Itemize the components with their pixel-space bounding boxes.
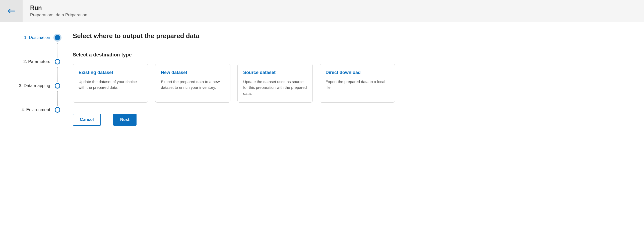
card-title: Existing dataset	[79, 70, 142, 75]
step-label: 4. Environment	[22, 107, 50, 112]
subtitle-label: Preparation:	[30, 13, 56, 17]
page-subtitle: Preparation:data Préparation	[30, 13, 87, 18]
step-destination[interactable]: 1. Destination	[18, 35, 60, 41]
subtitle-value: data Préparation	[56, 13, 87, 17]
content-subtitle: Select a destination type	[73, 52, 626, 58]
card-title: Source dataset	[243, 70, 307, 75]
actions: Cancel Next	[73, 114, 626, 126]
content: Select where to output the prepared data…	[60, 32, 626, 131]
destination-cards: Existing dataset Update the dataset of y…	[73, 64, 626, 103]
content-title: Select where to output the prepared data	[73, 32, 626, 40]
body: 1. Destination 2. Parameters 3. Data map…	[0, 22, 644, 141]
card-title: New dataset	[161, 70, 225, 75]
step-parameters[interactable]: 2. Parameters	[18, 59, 60, 65]
step-circle-icon	[55, 83, 60, 89]
step-circle-icon	[55, 35, 60, 40]
card-desc: Update the dataset used as source for th…	[243, 79, 307, 96]
step-label: 3. Data mapping	[19, 83, 50, 88]
card-desc: Update the dataset of your choice with t…	[79, 79, 142, 91]
step-circle-icon	[55, 107, 60, 113]
card-new-dataset[interactable]: New dataset Export the prepared data to …	[155, 64, 230, 103]
back-button[interactable]	[0, 0, 23, 22]
card-title: Direct download	[326, 70, 389, 75]
stepper: 1. Destination 2. Parameters 3. Data map…	[18, 32, 60, 131]
step-environment[interactable]: 4. Environment	[18, 107, 60, 113]
card-desc: Export the prepared data to a local file…	[326, 79, 389, 91]
next-button[interactable]: Next	[113, 114, 137, 126]
card-direct-download[interactable]: Direct download Export the prepared data…	[320, 64, 395, 103]
card-source-dataset[interactable]: Source dataset Update the dataset used a…	[237, 64, 313, 103]
step-data-mapping[interactable]: 3. Data mapping	[18, 83, 60, 89]
step-connector-icon	[57, 43, 58, 58]
page-title: Run	[30, 4, 87, 12]
step-connector-icon	[57, 67, 58, 82]
step-connector-icon	[57, 91, 58, 106]
card-desc: Export the prepared data to a new datase…	[161, 79, 225, 91]
header-text: Run Preparation:data Préparation	[23, 0, 87, 22]
card-existing-dataset[interactable]: Existing dataset Update the dataset of y…	[73, 64, 148, 103]
step-label: 2. Parameters	[23, 59, 50, 64]
header: Run Preparation:data Préparation	[0, 0, 644, 22]
divider-icon	[107, 115, 107, 124]
cancel-button[interactable]: Cancel	[73, 114, 101, 126]
step-label: 1. Destination	[24, 35, 50, 40]
arrow-left-icon	[8, 9, 15, 13]
step-circle-icon	[55, 59, 60, 64]
